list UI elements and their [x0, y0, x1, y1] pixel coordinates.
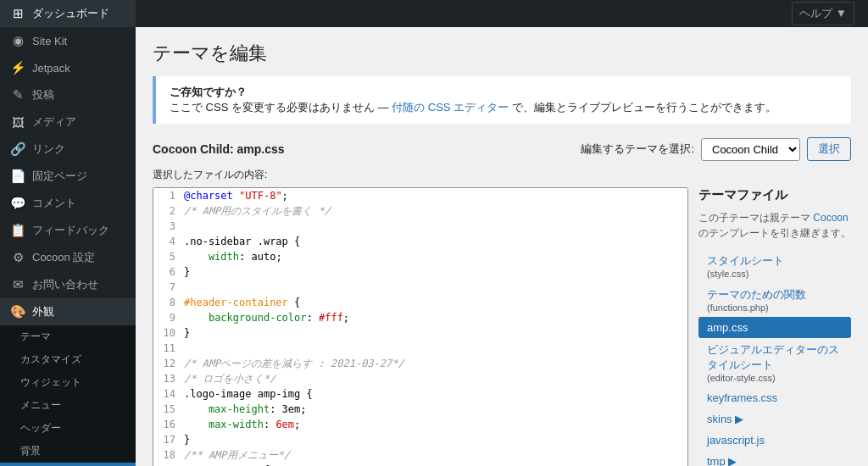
editor-header: Cocoon Child: amp.css 編集するテーマを選択: Cocoon…	[153, 137, 851, 161]
code-line: 12/* AMPページの差を減らす : 2021-03-27*/	[153, 356, 687, 371]
cocoon-icon: ⚙	[10, 250, 25, 265]
line-content: .content-top {	[181, 463, 687, 466]
sidebar-item-comments[interactable]: 💬 コメント	[0, 190, 136, 217]
sidebar-item-posts[interactable]: ✎ 投稿	[0, 81, 136, 108]
theme-select-button[interactable]: 選択	[807, 137, 851, 161]
main-content: ヘルプ ▼ テーマを編集 ご存知ですか？ ここで CSS を変更する必要はありま…	[136, 0, 868, 466]
notice-link[interactable]: 付随の CSS エディター	[392, 101, 509, 114]
jetpack-icon: ⚡	[10, 60, 25, 75]
sidebar-item-theme[interactable]: テーマ	[0, 325, 136, 348]
sidebar-item-jetpack[interactable]: ⚡ Jetpack	[0, 54, 136, 81]
line-number: 13	[153, 371, 181, 386]
file-link-sub: (style.css)	[707, 269, 843, 279]
sidebar-item-customize[interactable]: カスタマイズ	[0, 348, 136, 371]
sidebar-item-cocoon[interactable]: ⚙ Cocoon 設定	[0, 244, 136, 271]
sidebar-item-theme-editor[interactable]: テーマエディター	[0, 463, 136, 466]
file-link-functions[interactable]: テーマのための関数(functions.php)	[698, 283, 851, 317]
sidebar-item-feedback[interactable]: 📋 フィードバック	[0, 217, 136, 244]
line-number: 17	[153, 432, 181, 447]
line-number: 7	[153, 280, 181, 295]
file-link-stylesheet[interactable]: スタイルシート(style.css)	[698, 249, 851, 283]
line-number: 6	[153, 264, 181, 280]
theme-select-dropdown[interactable]: Cocoon Child	[701, 138, 800, 161]
contact-icon: ✉	[10, 277, 25, 292]
code-line: 15 max-height: 3em;	[153, 402, 687, 417]
line-content: .no-sidebar .wrap {	[181, 234, 687, 249]
help-button[interactable]: ヘルプ ▼	[792, 2, 854, 25]
file-link-label: スタイルシート	[707, 254, 784, 267]
sidebar-item-dashboard[interactable]: ⊞ ダッシュボード	[0, 0, 136, 27]
file-content-label: 選択したファイルの内容:	[153, 168, 851, 182]
line-number: 2	[153, 203, 181, 219]
code-line: 5 width: auto;	[153, 249, 687, 264]
sidebar-item-label: フィードバック	[32, 223, 109, 238]
file-link-javascript[interactable]: javascript.js	[698, 430, 851, 451]
code-line: 14.logo-image amp-img {	[153, 386, 687, 402]
line-number: 3	[153, 219, 181, 234]
line-number: 5	[153, 249, 181, 264]
sidebar-item-menu[interactable]: メニュー	[0, 394, 136, 417]
sidebar-item-links[interactable]: 🔗 リンク	[0, 136, 136, 163]
posts-icon: ✎	[10, 87, 25, 103]
line-number: 9	[153, 310, 181, 325]
media-icon: 🖼	[10, 115, 25, 130]
sidebar-item-label: Jetpack	[32, 62, 70, 75]
sidebar-item-label: 投稿	[32, 87, 54, 103]
line-number: 8	[153, 295, 181, 310]
notice-box: ご存知ですか？ ここで CSS を変更する必要はありません — 付随の CSS …	[153, 76, 851, 124]
line-number: 15	[153, 402, 181, 417]
code-line: 6}	[153, 264, 687, 280]
folder-item[interactable]: tmp ▶	[698, 451, 851, 466]
sidebar-item-label: お問い合わせ	[32, 277, 98, 292]
sidebar-item-label: ウィジェット	[20, 375, 81, 390]
appearance-submenu: テーマ カスタマイズ ウィジェット メニュー ヘッダー 背景 テーマエディター	[0, 325, 136, 466]
line-number: 19	[153, 463, 181, 466]
file-link-label: keyframes.css	[707, 391, 777, 404]
file-link-label: javascript.js	[707, 434, 765, 447]
code-line: 9 background-color: #fff;	[153, 310, 687, 325]
line-content: width: auto;	[181, 249, 687, 264]
file-link-sub: (functions.php)	[707, 302, 843, 313]
notice-text: ここで CSS を変更する必要はありません —	[170, 101, 389, 114]
code-line: 17}	[153, 432, 687, 447]
sidebar-item-header[interactable]: ヘッダー	[0, 417, 136, 440]
sidebar-item-media[interactable]: 🖼 メディア	[0, 108, 136, 136]
code-line: 19.content-top {	[153, 463, 687, 466]
sitekit-icon: ◉	[10, 33, 25, 48]
code-line: 2/* AMP用のスタイルを書く */	[153, 203, 687, 219]
file-link-amp-css[interactable]: amp.css	[698, 317, 851, 338]
file-panel-title: テーマファイル	[698, 187, 851, 203]
line-content: max-width: 6em;	[181, 417, 687, 432]
file-link-visual-editor[interactable]: ビジュアルエディターのスタイルシート(editor-style.css)	[698, 338, 851, 387]
file-link-label: amp.css	[707, 321, 748, 334]
sidebar-item-label: メディア	[32, 114, 76, 130]
code-editor[interactable]: 1@charset "UTF-8";2/* AMP用のスタイルを書く */34.…	[153, 187, 688, 466]
sidebar-item-background[interactable]: 背景	[0, 440, 136, 463]
sidebar-item-label: ヘッダー	[20, 421, 61, 435]
editor-title: Cocoon Child: amp.css	[153, 142, 285, 156]
sidebar: ⊞ ダッシュボード ◉ Site Kit ⚡ Jetpack ✎ 投稿 🖼 メデ…	[0, 0, 136, 466]
code-line: 1@charset "UTF-8";	[153, 188, 687, 203]
sidebar-item-label: Cocoon 設定	[32, 250, 95, 265]
sidebar-item-pages[interactable]: 📄 固定ページ	[0, 163, 136, 190]
file-link-label: テーマのための関数	[707, 288, 806, 301]
code-line: 8#header-container {	[153, 295, 687, 310]
folder-item[interactable]: skins ▶	[698, 408, 851, 430]
code-line: 7	[153, 280, 687, 295]
theme-select-group: 編集するテーマを選択: Cocoon Child 選択	[581, 137, 851, 161]
file-link-keyframes[interactable]: keyframes.css	[698, 387, 851, 408]
line-number: 11	[153, 341, 181, 356]
sidebar-item-appearance[interactable]: 🎨 外観	[0, 298, 136, 325]
sidebar-item-label: テーマ	[20, 330, 51, 344]
line-number: 10	[153, 325, 181, 341]
topbar: ヘルプ ▼	[136, 0, 868, 27]
sidebar-item-widget[interactable]: ウィジェット	[0, 371, 136, 394]
parent-theme-link[interactable]: Cocoon	[813, 212, 848, 224]
line-content: /** AMP用メニュー*/	[181, 447, 687, 463]
line-content: .logo-image amp-img {	[181, 386, 687, 402]
sidebar-item-label: 固定ページ	[32, 169, 87, 184]
file-panel: テーマファイル この子テーマは親テーマ Cocoon のテンプレートを引き継ぎま…	[698, 187, 851, 466]
sidebar-item-sitekit[interactable]: ◉ Site Kit	[0, 27, 136, 54]
sidebar-item-contact[interactable]: ✉ お問い合わせ	[0, 271, 136, 298]
line-content: /* ロゴを小さく*/	[181, 371, 687, 386]
